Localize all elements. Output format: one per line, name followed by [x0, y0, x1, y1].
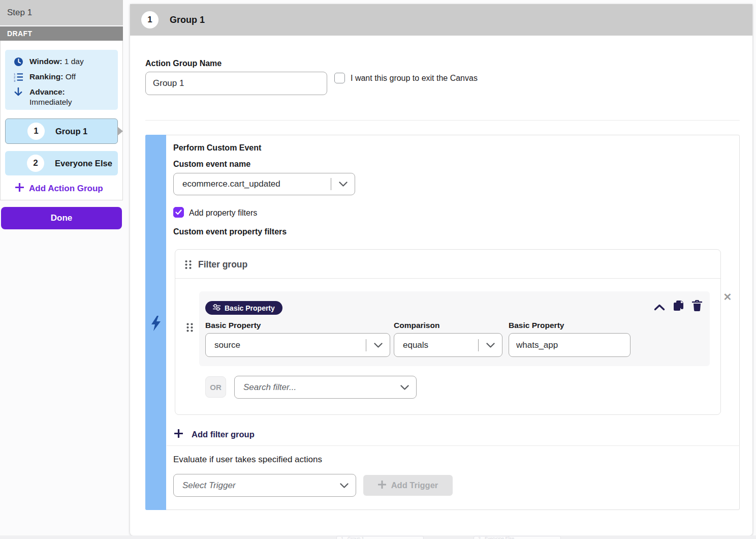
sidebar-item-everyone-else[interactable]: 2 Everyone Else [5, 151, 118, 175]
advance-value: Immediately [29, 98, 72, 107]
exit-canvas-label: I want this group to exit the Canvas [351, 74, 478, 83]
add-property-filters-label: Add property filters [189, 208, 257, 218]
add-property-filters-checkbox[interactable] [173, 207, 184, 218]
svg-text:1: 1 [14, 72, 15, 75]
property-field-label: Basic Property [205, 321, 261, 330]
search-filter-select[interactable]: Search filter... [234, 376, 417, 399]
arrow-down-icon [13, 87, 23, 97]
step-summary-box: Window: 1 day 1 2 3 Ranking: Off Advance… [5, 50, 118, 110]
filter-group-drag-handle-icon[interactable] [184, 260, 192, 272]
section-divider [145, 120, 740, 121]
chevron-down-icon [366, 343, 390, 348]
chevron-down-icon [331, 182, 355, 187]
group-label: Group 1 [55, 127, 87, 136]
status-badge: DRAFT [0, 26, 123, 41]
add-trigger-button: Add Trigger [363, 475, 453, 496]
duplicate-filter-icon[interactable] [673, 300, 684, 311]
add-action-group-button[interactable]: Add Action Group [15, 182, 103, 196]
sliders-icon [213, 304, 220, 312]
done-button[interactable]: Done [1, 207, 122, 229]
event-card-title: Perform Custom Event [173, 143, 261, 153]
group-number-badge: 2 [27, 155, 44, 172]
custom-event-name-label: Custom event name [173, 160, 250, 169]
property-select[interactable]: source [205, 333, 390, 357]
or-operator-chip[interactable]: OR [205, 376, 226, 398]
trigger-section-divider [167, 445, 740, 446]
advance-summary: Advance: [13, 87, 65, 97]
check-icon [175, 209, 182, 215]
chevron-down-icon [332, 483, 356, 488]
value-field-label: Basic Property [509, 321, 564, 330]
action-group-name-input[interactable] [145, 72, 327, 95]
plus-icon [378, 481, 386, 491]
group-number-badge: 1 [27, 123, 45, 140]
group-label: Everyone Else [55, 159, 112, 168]
custom-event-name-select[interactable]: ecommerce.cart_updated [173, 173, 355, 195]
group-number-badge: 1 [141, 11, 159, 28]
exit-canvas-checkbox[interactable] [334, 73, 345, 83]
svg-text:3: 3 [14, 79, 15, 82]
step-title: Step 1 [0, 0, 123, 25]
ranking-summary: 1 2 3 Ranking: Off [13, 72, 76, 82]
remove-filter-group-icon[interactable]: ✕ [722, 292, 733, 302]
filter-group-title: Filter group [198, 259, 247, 270]
property-filters-label: Custom event property filters [173, 227, 287, 236]
select-trigger-dropdown[interactable]: Select Trigger [173, 474, 356, 497]
group-header: 1 Group 1 [130, 4, 752, 36]
plus-icon [15, 183, 24, 194]
filter-type-badge: Basic Property [205, 301, 282, 315]
comparison-field-label: Comparison [394, 321, 439, 330]
svg-text:2: 2 [14, 76, 15, 79]
comparison-select[interactable]: equals [394, 333, 502, 357]
window-summary: Window: 1 day [13, 56, 84, 67]
add-filter-group-button[interactable]: Add filter group [174, 429, 255, 440]
ghost-canvas-node: 2Everyone Else [474, 536, 561, 539]
evaluate-actions-label: Evaluate if user takes specified actions [173, 455, 322, 465]
sidebar-item-group-1[interactable]: 1 Group 1 [5, 118, 118, 144]
delete-filter-icon[interactable] [691, 300, 703, 311]
chevron-down-icon [393, 385, 416, 390]
ghost-canvas-node: 1Group 1 [336, 536, 424, 539]
lightning-bolt-icon [150, 315, 162, 332]
filter-group-header-divider [175, 278, 720, 279]
group-header-title: Group 1 [170, 15, 205, 25]
action-group-name-label: Action Group Name [145, 59, 222, 68]
chevron-down-icon [479, 343, 502, 348]
collapse-filter-icon[interactable] [654, 302, 665, 313]
selected-pointer-icon [117, 127, 123, 136]
ranking-list-icon: 1 2 3 [13, 72, 23, 82]
filter-row-drag-handle-icon[interactable] [186, 322, 194, 335]
clock-icon [13, 56, 23, 67]
comparison-value-input[interactable] [509, 333, 631, 357]
plus-icon [174, 429, 183, 440]
